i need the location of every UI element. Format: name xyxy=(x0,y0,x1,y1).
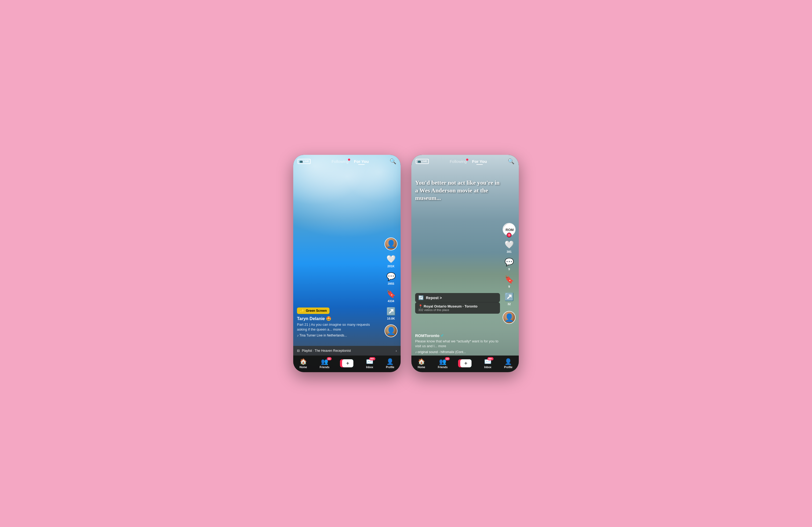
bookmark-button2[interactable]: 🔖 9 xyxy=(505,275,514,288)
video-description2[interactable]: Please know that what we *actually* want… xyxy=(415,339,500,349)
share-button[interactable]: ↗️ 10.0K xyxy=(387,307,396,320)
nav-home2[interactable]: 🏠 Home xyxy=(418,358,425,369)
friends-badge2: 19 xyxy=(445,357,450,360)
location-bar[interactable]: 📍 Royal Ontario Museum · Toronto 332 vid… xyxy=(415,302,500,314)
share-icon: ↗️ xyxy=(387,307,396,316)
sound-avatar-img2 xyxy=(503,311,516,324)
repost-bar[interactable]: 🔄 Repost > xyxy=(415,293,500,302)
home-label2: Home xyxy=(418,366,425,369)
profile-label2: Profile xyxy=(504,366,512,369)
nav-tabs: Following For You xyxy=(332,159,369,164)
live-label2: LIVE xyxy=(422,160,427,163)
sound-info2[interactable]: ♪ original sound - hifromalix (Cont... xyxy=(415,350,500,354)
bookmark-button[interactable]: 🔖 4334 xyxy=(387,289,396,303)
creator-username2[interactable]: ROMToronto ✓ xyxy=(415,333,500,338)
inbox-badge: 99+ xyxy=(369,357,375,360)
phone2-content: 📺 LIVE Following For You 🔍 You'd better … xyxy=(411,155,519,372)
nav-inbox2[interactable]: ✉️ 99+ Inbox xyxy=(484,358,491,369)
following-tab2[interactable]: Following xyxy=(450,159,467,164)
live-badge[interactable]: 📺 LIVE xyxy=(298,159,311,164)
friends-label2: Friends xyxy=(438,366,448,369)
follow-plus[interactable]: + xyxy=(507,232,511,238)
likes-count2: 381 xyxy=(507,250,511,253)
nav-add2[interactable]: + xyxy=(460,359,472,367)
tv-icon: 📺 xyxy=(300,160,303,163)
shares-count: 10.0K xyxy=(387,317,395,320)
right-actions: 🤍 201K 💬 3955 🔖 4334 ↗️ 10.0K xyxy=(385,238,397,337)
bottom-nav2: 🏠 Home 👥 19 Friends + ✉️ 99+ xyxy=(411,356,519,372)
inbox-label: Inbox xyxy=(366,366,373,369)
notification-dot xyxy=(348,159,350,161)
nav-friends[interactable]: 👥 22 Friends xyxy=(320,358,330,369)
friends-label: Friends xyxy=(320,366,330,369)
share-button2[interactable]: ↗️ 32 xyxy=(505,292,514,306)
playlist-text: ⊟ Playlist · The Heaven Receptionist xyxy=(297,349,351,352)
comments-count: 3955 xyxy=(388,282,394,285)
friends-badge: 22 xyxy=(327,357,332,360)
like-button[interactable]: 🤍 201K xyxy=(387,255,396,268)
location-icon: 📍 xyxy=(418,304,423,308)
profile-label: Profile xyxy=(386,366,394,369)
home-label: Home xyxy=(300,366,307,369)
nav-profile[interactable]: 👤 Profile xyxy=(386,358,394,369)
nav-add[interactable]: + xyxy=(342,359,353,367)
notification-dot2 xyxy=(466,159,468,161)
playlist-bar[interactable]: ⊟ Playlist · The Heaven Receptionist › xyxy=(293,346,401,356)
comment-button2[interactable]: 💬 9 xyxy=(505,258,514,271)
following-tab[interactable]: Following xyxy=(332,159,349,164)
creator-avatar[interactable] xyxy=(385,238,397,250)
creator-username[interactable]: Taryn Delanie 🤩 xyxy=(297,316,381,321)
comment-icon2: 💬 xyxy=(505,258,514,267)
for-you-tab2[interactable]: For You xyxy=(472,159,487,164)
sound-avatar2[interactable] xyxy=(503,311,516,324)
profile-icon: 👤 xyxy=(387,358,394,365)
likes-count: 201K xyxy=(388,265,394,268)
comments-count2: 9 xyxy=(508,268,510,271)
phone1-top-bar: 📺 LIVE Following For You 🔍 xyxy=(293,155,401,167)
nav-tabs2: Following For You xyxy=(450,159,487,164)
creator-avatar2[interactable]: ROM + xyxy=(503,223,516,236)
sound-info[interactable]: ♪ Tina Turner Live in Netherlands... xyxy=(297,333,381,337)
add-icon: + xyxy=(342,359,353,367)
repost-icon: 🔄 xyxy=(418,295,424,300)
nav-profile2[interactable]: 👤 Profile xyxy=(504,358,512,369)
sparkle-icon: ✨ xyxy=(300,308,304,313)
share-icon2: ↗️ xyxy=(505,292,514,301)
add-button[interactable]: + xyxy=(342,359,353,367)
green-screen-badge[interactable]: ✨ Green Screen xyxy=(297,307,330,314)
home-icon2: 🏠 xyxy=(418,358,425,365)
tv-icon2: 📺 xyxy=(418,160,421,163)
repost-label: Repost > xyxy=(426,296,442,300)
bookmark-icon2: 🔖 xyxy=(505,275,514,284)
right-actions2: ROM + 🤍 381 💬 9 🔖 9 ↗️ xyxy=(503,223,516,324)
phone2-top-bar: 📺 LIVE Following For You 🔍 xyxy=(411,155,519,167)
nav-friends2[interactable]: 👥 19 Friends xyxy=(438,358,448,369)
main-container: 📺 LIVE Following For You 🔍 xyxy=(282,144,530,383)
verified-icon: ✓ xyxy=(441,333,444,337)
bottom-nav: 🏠 Home 👥 22 Friends + ✉️ 99+ Inbox xyxy=(293,356,401,372)
like-button2[interactable]: 🤍 381 xyxy=(505,240,514,253)
video-description[interactable]: Part 21 | As you can imagine so many req… xyxy=(297,322,381,332)
search-icon2[interactable]: 🔍 xyxy=(508,158,514,165)
bookmarks-count: 4334 xyxy=(388,299,394,303)
location-sub: 332 videos of this place xyxy=(418,308,497,312)
inbox-label2: Inbox xyxy=(484,366,491,369)
phone2: 📺 LIVE Following For You 🔍 You'd better … xyxy=(411,155,519,372)
phone2-bottom-info: ROMToronto ✓ Please know that what we *a… xyxy=(415,333,500,354)
phone1-content: 📺 LIVE Following For You 🔍 xyxy=(293,155,401,372)
heart-icon2: 🤍 xyxy=(505,240,514,249)
bookmark-icon: 🔖 xyxy=(387,289,396,298)
live-badge2[interactable]: 📺 LIVE xyxy=(416,159,429,164)
nav-home[interactable]: 🏠 Home xyxy=(300,358,307,369)
nav-inbox[interactable]: ✉️ 99+ Inbox xyxy=(366,358,373,369)
sound-avatar[interactable] xyxy=(385,325,397,337)
profile-icon2: 👤 xyxy=(505,358,512,365)
for-you-tab[interactable]: For You xyxy=(354,159,369,164)
phone1: 📺 LIVE Following For You 🔍 xyxy=(293,155,401,372)
live-label: LIVE xyxy=(303,160,309,163)
comment-button[interactable]: 💬 3955 xyxy=(387,272,396,285)
inbox-badge2: 99+ xyxy=(487,357,494,360)
add-button2[interactable]: + xyxy=(460,359,472,367)
search-icon[interactable]: 🔍 xyxy=(390,158,396,165)
location-name: 📍 Royal Ontario Museum · Toronto xyxy=(418,304,497,308)
